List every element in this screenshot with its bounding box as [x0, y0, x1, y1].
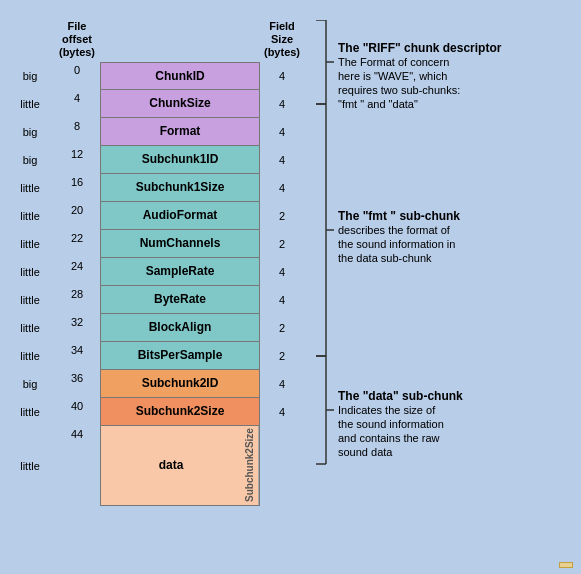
table-row: little22NumChannels2	[6, 230, 304, 258]
size-cell: 2	[260, 210, 304, 222]
table-row: little24SampleRate4	[6, 258, 304, 286]
offset-cell: 8	[54, 118, 100, 132]
offset-cell: 28	[54, 286, 100, 300]
watermark	[559, 562, 573, 568]
offset-cell: 20	[54, 202, 100, 216]
field-name-cell: ByteRate	[100, 286, 260, 314]
offset-cell: 22	[54, 230, 100, 244]
svg-text:here is "WAVE", which: here is "WAVE", which	[338, 70, 447, 82]
fieldname-header	[100, 58, 260, 60]
size-cell: 4	[260, 154, 304, 166]
svg-text:the data sub-chunk: the data sub-chunk	[338, 252, 432, 264]
offset-cell: 24	[54, 258, 100, 272]
table-row: little44dataSubchunk2Size	[6, 426, 304, 506]
size-cell: 4	[260, 126, 304, 138]
svg-text:The "RIFF" chunk descriptor: The "RIFF" chunk descriptor	[338, 41, 502, 55]
offset-cell: 36	[54, 370, 100, 384]
field-name-cell: AudioFormat	[100, 202, 260, 230]
endian-cell: big	[6, 126, 54, 138]
offset-cell: 44	[54, 426, 100, 440]
svg-text:The "fmt " sub-chunk: The "fmt " sub-chunk	[338, 209, 460, 223]
svg-text:requires two sub-chunks:: requires two sub-chunks:	[338, 84, 460, 96]
fieldsize-header: Field Size(bytes)	[260, 20, 304, 60]
table-row: little40Subchunk2Size4	[6, 398, 304, 426]
table-row: little28ByteRate4	[6, 286, 304, 314]
size-cell: 2	[260, 322, 304, 334]
size-cell: 2	[260, 350, 304, 362]
table-row: big0ChunkID4	[6, 62, 304, 90]
size-cell: 4	[260, 294, 304, 306]
page-title	[0, 0, 581, 20]
endian-cell: little	[6, 238, 54, 250]
table-row: big8Format4	[6, 118, 304, 146]
table-row: little4ChunkSize4	[6, 90, 304, 118]
table-row: little20AudioFormat2	[6, 202, 304, 230]
offset-cell: 34	[54, 342, 100, 356]
offset-header: File offset(bytes)	[54, 20, 100, 60]
endian-cell: little	[6, 266, 54, 278]
size-cell: 4	[260, 406, 304, 418]
endian-cell: little	[6, 350, 54, 362]
size-cell: 4	[260, 98, 304, 110]
size-cell: 2	[260, 238, 304, 250]
offset-cell: 32	[54, 314, 100, 328]
endian-cell: little	[6, 98, 54, 110]
endian-cell: little	[6, 322, 54, 334]
endian-cell: little	[6, 294, 54, 306]
field-name-cell: SampleRate	[100, 258, 260, 286]
size-cell: 4	[260, 70, 304, 82]
brackets-svg: The "RIFF" chunk descriptorThe Format of…	[308, 20, 508, 474]
svg-text:The "data" sub-chunk: The "data" sub-chunk	[338, 389, 463, 403]
field-name-cell: ChunkSize	[100, 90, 260, 118]
table-row: big12Subchunk1ID4	[6, 146, 304, 174]
offset-cell: 12	[54, 146, 100, 160]
svg-text:describes the format of: describes the format of	[338, 224, 451, 236]
endian-cell: big	[6, 154, 54, 166]
field-name-cell: dataSubchunk2Size	[100, 426, 260, 506]
svg-text:The Format of concern: The Format of concern	[338, 56, 449, 68]
endian-cell: little	[6, 406, 54, 418]
svg-text:sound data: sound data	[338, 446, 393, 458]
size-cell: 4	[260, 266, 304, 278]
endian-cell: big	[6, 70, 54, 82]
field-name-cell: Subchunk1Size	[100, 174, 260, 202]
offset-cell: 4	[54, 90, 100, 104]
field-name-cell: BitsPerSample	[100, 342, 260, 370]
size-cell: 4	[260, 378, 304, 390]
svg-text:Indicates the size of: Indicates the size of	[338, 404, 436, 416]
svg-text:and contains the raw: and contains the raw	[338, 432, 440, 444]
table-row: little16Subchunk1Size4	[6, 174, 304, 202]
size-cell: 4	[260, 182, 304, 194]
offset-cell: 16	[54, 174, 100, 188]
endian-cell: big	[6, 378, 54, 390]
endian-header	[6, 58, 54, 60]
offset-cell: 0	[54, 62, 100, 76]
offset-cell: 40	[54, 398, 100, 412]
field-name-cell: Subchunk2Size	[100, 398, 260, 426]
svg-text:the sound information in: the sound information in	[338, 238, 455, 250]
field-name-cell: Format	[100, 118, 260, 146]
vertical-label: Subchunk2Size	[241, 426, 259, 505]
field-name-cell: NumChannels	[100, 230, 260, 258]
svg-text:"fmt " and "data": "fmt " and "data"	[338, 98, 418, 110]
endian-cell: little	[6, 460, 54, 472]
field-name-cell: ChunkID	[100, 62, 260, 90]
field-name-cell: Subchunk1ID	[100, 146, 260, 174]
field-name-cell: BlockAlign	[100, 314, 260, 342]
table-row: big36Subchunk2ID4	[6, 370, 304, 398]
endian-cell: little	[6, 182, 54, 194]
svg-text:the sound information: the sound information	[338, 418, 444, 430]
table-row: little32BlockAlign2	[6, 314, 304, 342]
table-row: little34BitsPerSample2	[6, 342, 304, 370]
endian-cell: little	[6, 210, 54, 222]
field-name-cell: Subchunk2ID	[100, 370, 260, 398]
